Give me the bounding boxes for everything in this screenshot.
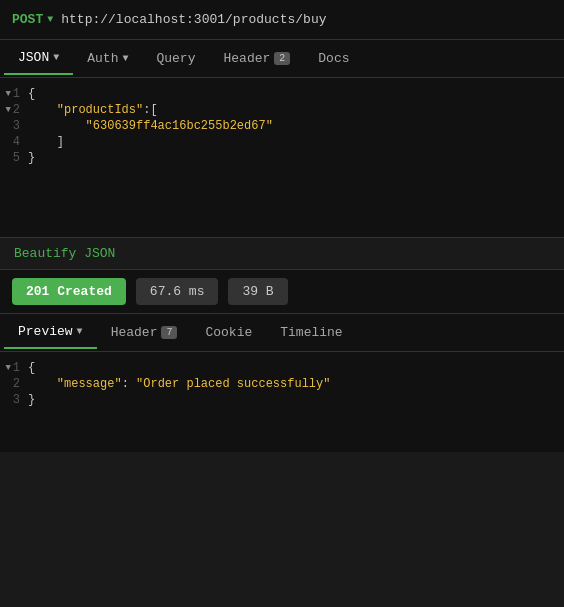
resp-code-line-3: 3 } (0, 392, 564, 408)
response-size: 39 B (228, 278, 287, 305)
code-line-4: 4 ] (0, 134, 564, 150)
tab-auth[interactable]: Auth ▼ (73, 43, 142, 74)
method-selector[interactable]: POST ▼ (12, 12, 53, 27)
line-num-1: ▼1 (0, 87, 28, 101)
tab-query-label: Query (156, 51, 195, 66)
response-body-viewer: ▼1 { 2 "message": "Order placed successf… (0, 352, 564, 452)
resp-code-line-2: 2 "message": "Order placed successfully" (0, 376, 564, 392)
resp-collapse-icon-1[interactable]: ▼ (5, 363, 10, 373)
tab-auth-chevron-icon: ▼ (122, 53, 128, 64)
header-badge: 2 (274, 52, 290, 65)
tab-preview-chevron-icon: ▼ (77, 326, 83, 337)
resp-code-line-1: ▼1 { (0, 360, 564, 376)
url-display[interactable]: http://localhost:3001/products/buy (61, 12, 326, 27)
resp-key-message: "message" (57, 377, 122, 391)
tab-preview-label: Preview (18, 324, 73, 339)
code-line-1: ▼1 { (0, 86, 564, 102)
tab-header-response-label: Header (111, 325, 158, 340)
status-badge: 201 Created (12, 278, 126, 305)
response-tab-bar: Preview ▼ Header 7 Cookie Timeline (0, 314, 564, 352)
top-bar: POST ▼ http://localhost:3001/products/bu… (0, 0, 564, 40)
resp-line-num-1: ▼1 (0, 361, 28, 375)
tab-timeline[interactable]: Timeline (266, 317, 356, 348)
beautify-json-button[interactable]: Beautify JSON (14, 246, 115, 261)
beautify-bar: Beautify JSON (0, 238, 564, 270)
response-time: 67.6 ms (136, 278, 219, 305)
tab-docs-label: Docs (318, 51, 349, 66)
line-num-3: 3 (0, 119, 28, 133)
line-1-content: { (28, 87, 35, 101)
tab-header-response[interactable]: Header 7 (97, 317, 192, 348)
request-tab-bar: JSON ▼ Auth ▼ Query Header 2 Docs (0, 40, 564, 78)
request-body-editor: ▼1 { ▼2 "productIds":[ 3 "630639ff4ac16b… (0, 78, 564, 238)
tab-json[interactable]: JSON ▼ (4, 42, 73, 75)
code-line-5: 5 } (0, 150, 564, 166)
resp-line-1-content: { (28, 361, 35, 375)
key-productids: "productIds" (57, 103, 143, 117)
line-4-content: ] (28, 135, 64, 149)
resp-line-num-2: 2 (0, 377, 28, 391)
collapse-icon-1[interactable]: ▼ (5, 89, 10, 99)
code-line-3: 3 "630639ff4ac16bc255b2ed67" (0, 118, 564, 134)
line-2-content: "productIds":[ (28, 103, 158, 117)
tab-header-label: Header (223, 51, 270, 66)
line-num-4: 4 (0, 135, 28, 149)
status-bar: 201 Created 67.6 ms 39 B (0, 270, 564, 314)
tab-cookie-label: Cookie (205, 325, 252, 340)
resp-line-3-content: } (28, 393, 35, 407)
method-label: POST (12, 12, 43, 27)
collapse-icon-2[interactable]: ▼ (5, 105, 10, 115)
tab-timeline-label: Timeline (280, 325, 342, 340)
tab-docs[interactable]: Docs (304, 43, 363, 74)
tab-cookie[interactable]: Cookie (191, 317, 266, 348)
method-chevron-icon: ▼ (47, 14, 53, 25)
tab-query[interactable]: Query (142, 43, 209, 74)
line-3-content: "630639ff4ac16bc255b2ed67" (28, 119, 273, 133)
resp-val-message: "Order placed successfully" (136, 377, 330, 391)
line-num-5: 5 (0, 151, 28, 165)
response-header-badge: 7 (161, 326, 177, 339)
value-product-id: "630639ff4ac16bc255b2ed67" (86, 119, 273, 133)
resp-line-2-content: "message": "Order placed successfully" (28, 377, 330, 391)
code-line-2: ▼2 "productIds":[ (0, 102, 564, 118)
tab-header-request[interactable]: Header 2 (209, 43, 304, 74)
tab-json-label: JSON (18, 50, 49, 65)
line-num-2: ▼2 (0, 103, 28, 117)
resp-line-num-3: 3 (0, 393, 28, 407)
tab-json-chevron-icon: ▼ (53, 52, 59, 63)
line-5-content: } (28, 151, 35, 165)
tab-auth-label: Auth (87, 51, 118, 66)
tab-preview[interactable]: Preview ▼ (4, 316, 97, 349)
